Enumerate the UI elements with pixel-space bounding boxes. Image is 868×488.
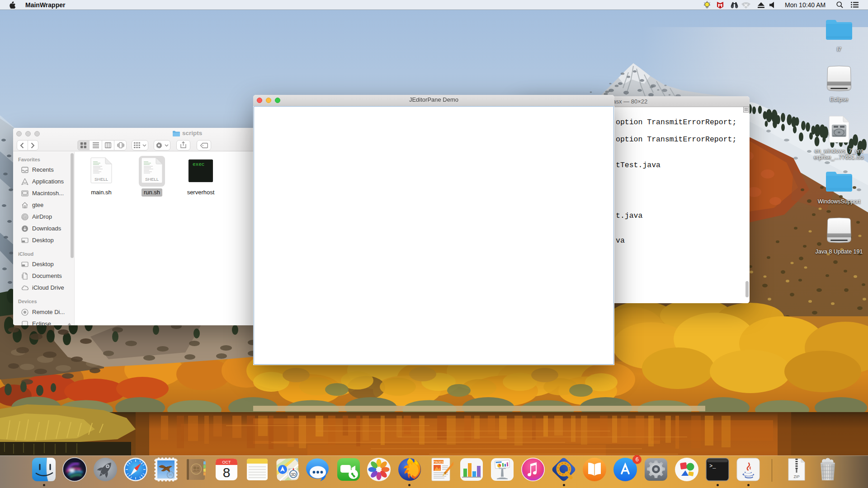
svg-text:SHELL: SHELL	[94, 177, 108, 182]
svg-text:SHELL: SHELL	[145, 177, 159, 182]
svg-text:>_: >_	[709, 463, 716, 469]
svg-text:OCT: OCT	[222, 460, 231, 465]
svg-text:PAGES: PAGES	[434, 460, 444, 464]
svg-text:ZIP: ZIP	[793, 474, 800, 479]
svg-text:3D: 3D	[291, 472, 296, 477]
svg-text:8: 8	[223, 465, 231, 480]
